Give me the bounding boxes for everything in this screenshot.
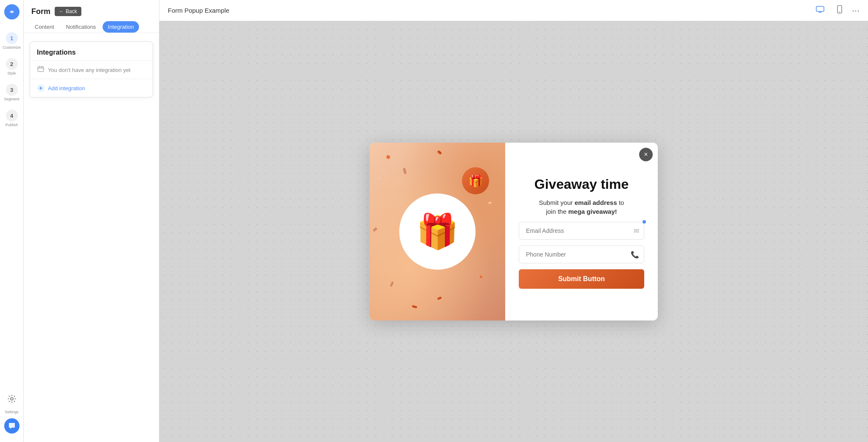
publish-number: 4 <box>6 110 18 122</box>
toolbar-title: Form Popup Example <box>168 7 229 14</box>
empty-message: You don't have any integration yet <box>48 67 131 73</box>
tab-integration[interactable]: Integration <box>103 21 139 33</box>
integrations-empty-state: You don't have any integration yet <box>30 61 153 79</box>
top-toolbar: Form Popup Example ⋯ <box>159 0 868 21</box>
settings-icon[interactable] <box>5 392 19 406</box>
popup-preview: 🎁 🎁 × Giveaway time Submit your email ad… <box>370 143 658 320</box>
svg-rect-3 <box>816 6 824 11</box>
add-integration-label: Add integration <box>48 85 85 91</box>
add-integration-button[interactable]: + Add integration <box>30 79 153 97</box>
gift-badge: 🎁 <box>462 167 489 194</box>
segment-number: 3 <box>6 84 18 96</box>
gift-image: 🎁 <box>399 193 476 270</box>
popup-right-panel: × Giveaway time Submit your email addres… <box>505 143 658 320</box>
phone-input[interactable] <box>519 246 644 263</box>
empty-icon <box>37 65 45 75</box>
chat-icon-button[interactable] <box>4 418 19 434</box>
sidebar-item-customize[interactable]: 1 Customize <box>0 28 23 54</box>
phone-field-container: 📞 <box>519 246 644 263</box>
back-arrow-icon: ← <box>59 8 64 14</box>
customize-number: 1 <box>6 32 18 44</box>
popup-close-button[interactable]: × <box>639 148 653 161</box>
sidebar-item-segment[interactable]: 3 Segment <box>0 80 23 105</box>
more-options-button[interactable]: ⋯ <box>852 6 860 15</box>
gift-emoji: 🎁 <box>416 212 459 251</box>
style-label: Style <box>7 71 16 75</box>
mobile-view-button[interactable] <box>832 3 847 18</box>
canvas-area: Form Popup Example ⋯ <box>159 0 868 442</box>
tabs-row: Content Notifications Integration <box>24 16 159 33</box>
toolbar-right: ⋯ <box>813 3 860 18</box>
close-icon: × <box>644 151 648 158</box>
panel: Form ← Back Content Notifications Integr… <box>24 0 159 442</box>
canvas-content: 🎁 🎁 × Giveaway time Submit your email ad… <box>159 21 868 442</box>
style-number: 2 <box>6 58 18 70</box>
popup-heading: Giveaway time <box>519 176 644 192</box>
email-icon: ✉ <box>634 227 639 235</box>
desktop-view-button[interactable] <box>813 3 827 18</box>
integrations-title: Integrations <box>30 42 153 61</box>
back-button[interactable]: ← Back <box>55 7 81 16</box>
field-required-dot <box>643 220 646 224</box>
sidebar-item-publish[interactable]: 4 Publish <box>0 105 23 131</box>
sidebar: 1 Customize 2 Style 3 Segment 4 Publish … <box>0 0 24 442</box>
app-logo[interactable] <box>4 4 19 19</box>
back-label: Back <box>66 8 77 14</box>
submit-button[interactable]: Submit Button <box>519 269 644 289</box>
publish-label: Publish <box>6 123 18 127</box>
plus-icon: + <box>37 84 45 92</box>
svg-point-1 <box>11 398 13 400</box>
phone-icon: 📞 <box>631 251 639 259</box>
panel-title: Form <box>31 7 50 16</box>
tab-notifications[interactable]: Notifications <box>61 21 101 33</box>
svg-point-5 <box>839 11 840 12</box>
customize-label: Customize <box>3 45 21 50</box>
svg-rect-2 <box>38 67 44 72</box>
popup-left-panel: 🎁 🎁 <box>370 143 505 320</box>
sidebar-item-style[interactable]: 2 Style <box>0 54 23 80</box>
integrations-box: Integrations You don't have any integrat… <box>30 41 153 97</box>
segment-label: Segment <box>4 97 19 101</box>
email-input[interactable] <box>519 222 644 240</box>
badge-icon: 🎁 <box>468 174 483 188</box>
sidebar-bottom: Settings <box>4 392 19 438</box>
popup-subtext: Submit your email address tojoin the meg… <box>519 198 644 216</box>
panel-header: Form ← Back <box>24 0 159 16</box>
settings-label: Settings <box>5 410 19 414</box>
tab-content[interactable]: Content <box>30 21 59 33</box>
email-field-container: ✉ <box>519 222 644 240</box>
